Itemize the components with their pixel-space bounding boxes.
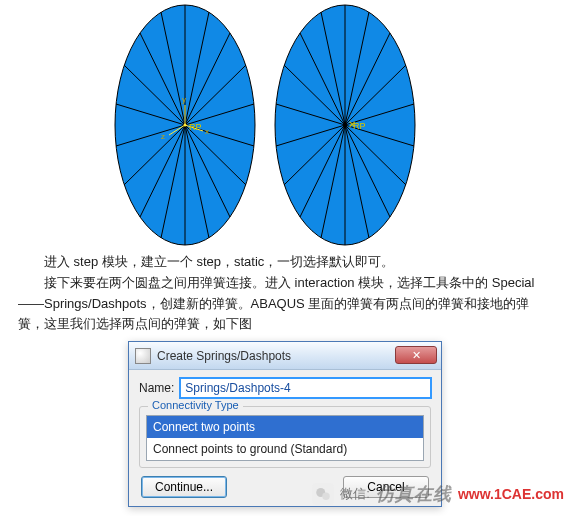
ellipse-svg: y x z RP RP ✕	[105, 0, 465, 250]
body-text: 进入 step 模块，建立一个 step，static，一切选择默认即可。 接下…	[0, 250, 570, 341]
option-connect-two-points[interactable]: Connect two points	[147, 416, 423, 438]
connectivity-group-label: Connectivity Type	[148, 399, 243, 411]
connectivity-group: Connectivity Type Connect two points Con…	[139, 406, 431, 468]
app-icon	[135, 348, 151, 364]
close-button[interactable]: ✕	[395, 346, 437, 364]
cancel-button[interactable]: Cancel	[343, 476, 429, 498]
option-connect-to-ground[interactable]: Connect points to ground (Standard)	[147, 438, 423, 460]
continue-button[interactable]: Continue...	[141, 476, 227, 498]
dialog-title: Create Springs/Dashpots	[157, 349, 291, 363]
rp-label-left: RP	[189, 122, 202, 132]
svg-point-22	[184, 124, 187, 127]
paragraph-2: 接下来要在两个圆盘之间用弹簧连接。进入 interaction 模块，选择工具条…	[18, 273, 552, 335]
paragraph-1: 进入 step 模块，建立一个 step，static，一切选择默认即可。	[18, 252, 552, 273]
ellipse-diagram: y x z RP RP ✕	[0, 0, 570, 250]
name-input[interactable]	[180, 378, 431, 398]
create-springs-dialog: Create Springs/Dashpots ✕ Name: Connecti…	[128, 341, 442, 507]
axis-z-label: z	[161, 132, 165, 141]
svg-text:✕: ✕	[348, 119, 356, 130]
axis-y-label: y	[182, 95, 186, 104]
axis-x-label: x	[205, 127, 209, 136]
name-label: Name:	[139, 381, 174, 395]
dialog-titlebar[interactable]: Create Springs/Dashpots ✕	[129, 342, 441, 370]
connectivity-listbox[interactable]: Connect two points Connect points to gro…	[146, 415, 424, 461]
